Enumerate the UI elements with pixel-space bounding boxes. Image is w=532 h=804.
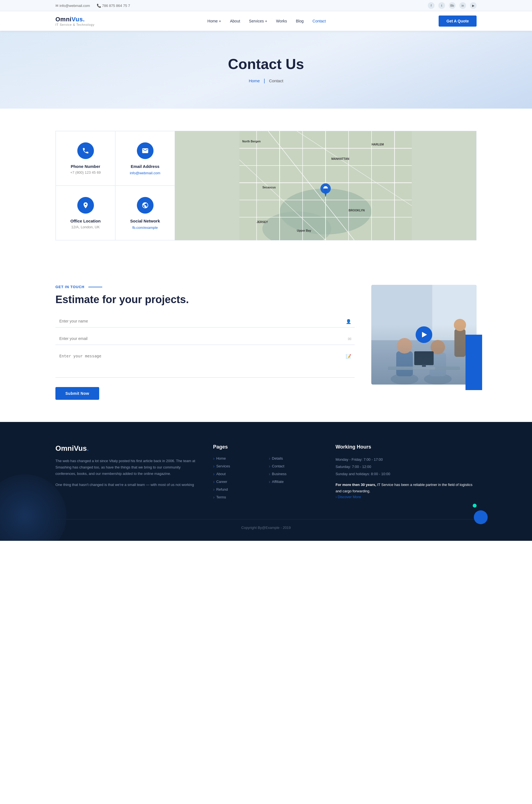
estimate-section: Get In Touch Estimate for your projects.…: [0, 263, 532, 422]
svg-rect-32: [396, 351, 413, 376]
message-field-wrap: 📝: [55, 350, 355, 379]
nav-links: Home + About Services + Works Blog Conta…: [208, 19, 326, 23]
phone-icon: 📞: [97, 4, 101, 8]
phone-card-value: +7 (800) 123 45 69: [63, 170, 108, 175]
footer-link-affiliate[interactable]: Affiliate: [269, 479, 319, 484]
name-field-wrap: 👤: [55, 315, 355, 327]
breadcrumb-home[interactable]: Home: [249, 78, 260, 83]
svg-point-34: [424, 374, 452, 385]
footer-link-about[interactable]: About: [213, 472, 263, 477]
footer-link-terms[interactable]: Terms: [213, 495, 263, 500]
email-input[interactable]: [55, 332, 355, 345]
behance-icon[interactable]: Bb: [449, 2, 456, 9]
estimate-title: Estimate for your projects.: [55, 293, 355, 306]
contact-cards-grid: Phone Number +7 (800) 123 45 69 Email Ad…: [56, 131, 175, 240]
hours-mon-fri: Monday - Friday: 7:00 - 17:00: [336, 456, 477, 463]
footer-link-career[interactable]: Career: [213, 479, 263, 484]
nav-contact[interactable]: Contact: [312, 19, 326, 23]
footer-teal-dot: [473, 504, 477, 508]
email-info: ✉ info@webmail.com: [55, 4, 90, 8]
footer-logo: OmniVus.: [55, 444, 196, 453]
email-card-title: Email Address: [122, 164, 168, 169]
svg-text:JERSEY: JERSEY: [256, 221, 268, 224]
office-card-title: Office Location: [63, 218, 108, 223]
cards-map-container: Phone Number +7 (800) 123 45 69 Email Ad…: [55, 131, 477, 241]
youtube-icon[interactable]: ▶: [470, 2, 477, 9]
nav-about[interactable]: About: [230, 19, 240, 23]
top-bar-contact: ✉ info@webmail.com 📞 786 875 864 75 7: [55, 4, 130, 8]
footer-hours: Working Hours Monday - Friday: 7:00 - 17…: [336, 444, 477, 502]
footer-link-contact[interactable]: Contact: [269, 464, 319, 469]
section-tag: Get In Touch: [55, 285, 355, 289]
svg-rect-29: [371, 340, 477, 385]
list-item: Career: [213, 479, 263, 484]
svg-text:BROOKLYN: BROOKLYN: [348, 209, 365, 212]
footer-link-business[interactable]: Business: [269, 472, 319, 477]
page-title: Contact Us: [0, 56, 532, 72]
social-links: f t Bb in ▶: [428, 2, 477, 9]
phone-card: Phone Number +7 (800) 123 45 69: [56, 131, 115, 186]
breadcrumb: Home | Contact: [0, 78, 532, 84]
social-card-title: Social Network: [122, 218, 168, 223]
footer-link-services[interactable]: Services: [213, 464, 263, 469]
phone-icon: [82, 147, 89, 154]
list-item: Services: [213, 464, 263, 469]
team-image: [371, 285, 477, 385]
list-item: Terms: [213, 495, 263, 500]
svg-text:HARLEM: HARLEM: [372, 143, 384, 146]
svg-text:North Bergen: North Bergen: [242, 140, 261, 143]
office-card: Office Location 12/A, London, UK: [56, 186, 115, 240]
twitter-icon[interactable]: t: [438, 2, 445, 9]
svg-rect-39: [388, 366, 460, 370]
estimate-form-side: Get In Touch Estimate for your projects.…: [55, 285, 355, 400]
email-card: Email Address info@webmail.com: [115, 131, 175, 186]
hero-section: Contact Us Home | Contact: [0, 31, 532, 109]
svg-point-31: [391, 374, 418, 385]
nav-home[interactable]: Home +: [208, 19, 221, 23]
footer-link-home[interactable]: Home: [213, 456, 263, 461]
list-item: Business: [269, 472, 319, 477]
svg-text:Upper Bay: Upper Bay: [297, 229, 311, 232]
name-input[interactable]: [55, 315, 355, 327]
breadcrumb-separator: |: [264, 78, 265, 83]
footer-links-col2: Details Contact Business Affiliate: [269, 456, 319, 502]
map-svg: MANHATTAN Secaucus BROOKLYN JERSEY Upper…: [175, 131, 476, 240]
hours-saturday: Saturday: 7:00 - 12:00: [336, 463, 477, 471]
list-item: Contact: [269, 464, 319, 469]
list-item: Affiliate: [269, 479, 319, 484]
copyright: Copyright By@Example - 2019: [241, 525, 291, 530]
footer-desc-1: The web has changed a lot since Vitaly p…: [55, 458, 196, 477]
list-item: Details: [269, 456, 319, 461]
get-quote-button[interactable]: Get A Quote: [439, 16, 477, 26]
linkedin-icon[interactable]: in: [459, 2, 466, 9]
svg-rect-37: [454, 329, 466, 357]
play-button[interactable]: [416, 326, 432, 343]
svg-rect-30: [432, 285, 477, 340]
phone-card-title: Phone Number: [63, 164, 108, 169]
social-card-value[interactable]: fb.com/example: [132, 226, 158, 230]
hours-sunday: Sunday and holidays: 8:00 - 10:00: [336, 471, 477, 478]
estimate-inner: Get In Touch Estimate for your projects.…: [55, 285, 477, 400]
footer-link-refund[interactable]: Refund: [213, 487, 263, 492]
contact-section: Phone Number +7 (800) 123 45 69 Email Ad…: [0, 109, 532, 263]
email-icon-circle: [137, 142, 153, 159]
footer-links-col1: Home Services About Career Refund Terms: [213, 456, 263, 502]
office-icon-circle: [77, 197, 94, 214]
nav-blog[interactable]: Blog: [296, 19, 304, 23]
footer-link-details[interactable]: Details: [269, 456, 319, 461]
submit-button[interactable]: Submit Now: [55, 387, 99, 400]
discover-more-link[interactable]: › Discover More: [336, 495, 361, 499]
email-card-value[interactable]: info@webmail.com: [130, 171, 160, 175]
footer: OmniVus. The web has changed a lot since…: [0, 422, 532, 541]
nav-works[interactable]: Works: [276, 19, 287, 23]
estimate-image-side: [371, 285, 477, 385]
globe-icon: [141, 202, 149, 209]
facebook-icon[interactable]: f: [428, 2, 435, 9]
list-item: Refund: [213, 487, 263, 492]
user-icon: 👤: [346, 319, 352, 324]
message-input[interactable]: [55, 350, 355, 378]
top-bar: ✉ info@webmail.com 📞 786 875 864 75 7 f …: [0, 0, 532, 11]
nav-services[interactable]: Services +: [249, 19, 267, 23]
social-card: Social Network fb.com/example: [115, 186, 175, 240]
logo-sub: IT Service & Technology: [55, 23, 94, 26]
